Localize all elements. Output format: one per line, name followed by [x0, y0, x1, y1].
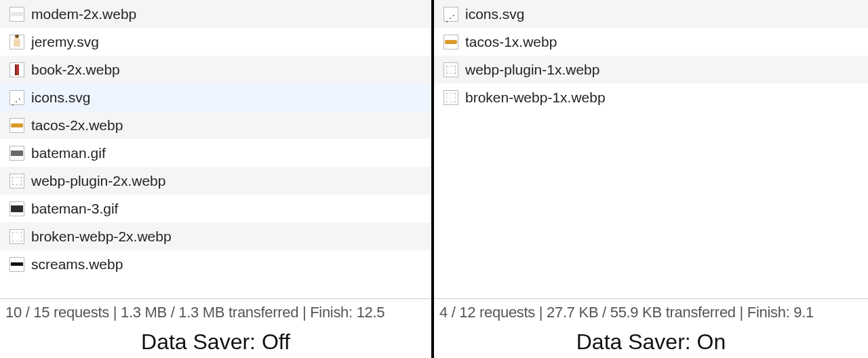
network-request-row[interactable]: broken-webp-2x.webp — [0, 222, 431, 250]
network-request-row[interactable]: bateman-3.gif — [0, 195, 431, 222]
pane-data-saver-on: icons.svgtacos-1x.webpwebp-plugin-1x.web… — [434, 0, 868, 358]
request-name: screams.webp — [31, 256, 123, 273]
network-request-row[interactable]: modem-2x.webp — [0, 0, 431, 28]
pane-caption: Data Saver: Off — [0, 325, 431, 358]
network-request-row[interactable]: broken-webp-1x.webp — [434, 83, 868, 111]
request-name: broken-webp-1x.webp — [465, 90, 606, 106]
request-name: bateman.gif — [31, 145, 106, 161]
request-name: modem-2x.webp — [31, 6, 136, 22]
request-name: jeremy.svg — [31, 34, 99, 50]
broken-icon — [443, 90, 458, 105]
request-name: broken-webp-2x.webp — [31, 228, 172, 245]
webpplg-icon — [443, 62, 458, 77]
request-name: book-2x.webp — [31, 62, 120, 78]
tacos-icon — [443, 35, 458, 49]
request-name: webp-plugin-2x.webp — [31, 173, 165, 189]
tacos-icon — [9, 118, 24, 133]
network-request-row[interactable]: jeremy.svg — [0, 28, 431, 56]
status-bar: 4 / 12 requests | 27.7 KB / 55.9 KB tran… — [434, 298, 868, 325]
network-request-list[interactable]: modem-2x.webpjeremy.svgbook-2x.webpicons… — [0, 0, 431, 298]
request-name: bateman-3.gif — [31, 201, 118, 217]
broken-icon — [9, 229, 24, 244]
pane-caption: Data Saver: On — [434, 325, 868, 358]
book-icon — [9, 62, 24, 77]
status-bar: 10 / 15 requests | 1.3 MB / 1.3 MB trans… — [0, 298, 431, 325]
icons-icon — [9, 90, 24, 105]
pane-data-saver-off: modem-2x.webpjeremy.svgbook-2x.webpicons… — [0, 0, 434, 358]
icons-icon — [443, 7, 458, 22]
request-name: tacos-2x.webp — [31, 117, 123, 134]
screams-icon — [9, 257, 24, 272]
request-name: webp-plugin-1x.webp — [465, 62, 599, 78]
bateman3-icon — [9, 201, 24, 216]
bateman-icon — [9, 146, 24, 161]
network-request-row[interactable]: webp-plugin-1x.webp — [434, 56, 868, 83]
modem-icon — [9, 7, 24, 22]
request-name: tacos-1x.webp — [465, 34, 557, 50]
network-request-row[interactable]: bateman.gif — [0, 139, 431, 167]
network-request-row[interactable]: icons.svg — [434, 0, 868, 28]
network-request-row[interactable]: book-2x.webp — [0, 56, 431, 83]
network-request-row[interactable]: tacos-2x.webp — [0, 111, 431, 139]
webpplg-icon — [9, 174, 24, 188]
network-request-row[interactable]: screams.webp — [0, 250, 431, 278]
network-request-list[interactable]: icons.svgtacos-1x.webpwebp-plugin-1x.web… — [434, 0, 868, 298]
jeremy-icon — [9, 35, 24, 49]
request-name: icons.svg — [465, 6, 525, 22]
request-name: icons.svg — [31, 90, 91, 106]
network-request-row[interactable]: tacos-1x.webp — [434, 28, 868, 56]
comparison-wrap: modem-2x.webpjeremy.svgbook-2x.webpicons… — [0, 0, 868, 358]
network-request-row[interactable]: icons.svg — [0, 83, 431, 111]
network-request-row[interactable]: webp-plugin-2x.webp — [0, 167, 431, 195]
